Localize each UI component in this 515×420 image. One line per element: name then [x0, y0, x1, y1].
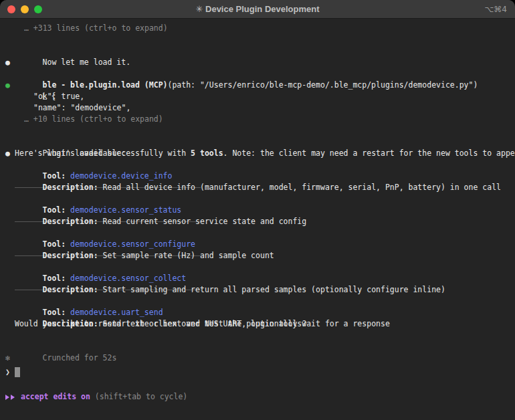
- description-label: Description:: [43, 183, 103, 192]
- collapsed-lines-top: … +313 lines (ctrl+o to expand): [0, 23, 515, 34]
- titlebar: ✳ Device Plugin Development ⌥⌘4: [0, 0, 515, 19]
- mode-statusbar: accept edits on (shift+tab to cycle): [0, 391, 515, 403]
- summary-line2: Here's what's available:: [0, 148, 515, 159]
- tool-name-line: Tool: demodevice.sensor_collect: [0, 261, 515, 273]
- description-label: Description:: [43, 251, 103, 260]
- closing-question: Would you like to restart the client and…: [0, 318, 515, 330]
- tool-result-line: "ok": true,: [0, 91, 515, 102]
- tool-result-open-line: {: [0, 80, 515, 91]
- tool-desc-line: Description: Read current sensor service…: [0, 205, 515, 216]
- description-label: Description:: [43, 217, 103, 226]
- terminal-content: … +313 lines (ctrl+o to expand) ●Now let…: [0, 19, 515, 403]
- window-title: ✳ Device Plugin Development: [0, 4, 515, 14]
- spinner-icon: ✻: [5, 352, 10, 364]
- tool-description: Read all device info (manufacturer, mode…: [103, 183, 501, 192]
- tool-name-line: Tool: demodevice.sensor_configure: [0, 227, 515, 239]
- description-label: Description:: [43, 285, 103, 294]
- terminal-input[interactable]: ❯: [0, 363, 515, 381]
- timing-text: Crunched for 52s: [43, 353, 117, 362]
- message-bullet-icon: ●: [5, 57, 10, 68]
- tool-desc-line: Description: Send text or hex over NUS U…: [0, 307, 515, 318]
- zoom-button[interactable]: [34, 5, 42, 13]
- tool-name-line: Tool: demodevice.sensor_status: [0, 193, 515, 205]
- traffic-lights: [0, 5, 42, 13]
- tool-description: Read current sensor service state and co…: [103, 217, 307, 226]
- tool-call-line: ●ble - ble.plugin.load (MCP)(path: "/Use…: [0, 68, 515, 80]
- tool-name-line: Tool: demodevice.uart_send: [0, 296, 515, 307]
- tool-name-line: Tool: demodevice.device_info: [0, 159, 515, 171]
- minimize-button[interactable]: [21, 5, 29, 13]
- timing-status: ✻Crunched for 52s: [0, 341, 515, 352]
- tool-desc-line: Description: Read all device info (manuf…: [0, 171, 515, 182]
- window-shortcut-badge: ⌥⌘4: [485, 5, 515, 14]
- terminal-window: ✳ Device Plugin Development ⌥⌘4 … +313 l…: [0, 0, 515, 420]
- window-title-text: Device Plugin Development: [205, 4, 320, 14]
- tool-desc-line: Description: Start sampling and return a…: [0, 273, 515, 284]
- collapsed-lines-result: … +10 lines (ctrl+o to expand): [0, 114, 515, 125]
- prompt-icon: ❯: [5, 367, 10, 377]
- tool-result-line: "name": "demodevice",: [0, 102, 515, 114]
- close-button[interactable]: [7, 5, 15, 13]
- summary-message: ●Plugin loaded successfully with 5 tools…: [0, 136, 515, 148]
- fast-forward-icon: [5, 395, 16, 400]
- assistant-text: Now let me load it.: [43, 58, 131, 67]
- session-icon: ✳: [195, 4, 203, 14]
- tool-description: Start sampling and return all parsed sam…: [103, 285, 445, 294]
- mode-hint: (shift+tab to cycle): [95, 391, 187, 403]
- tool-description: Set sample rate (Hz) and sample count: [103, 251, 274, 260]
- mode-label: accept edits on: [21, 391, 90, 403]
- assistant-message: ●Now let me load it.: [0, 45, 515, 57]
- tool-desc-line: Description: Set sample rate (Hz) and sa…: [0, 239, 515, 250]
